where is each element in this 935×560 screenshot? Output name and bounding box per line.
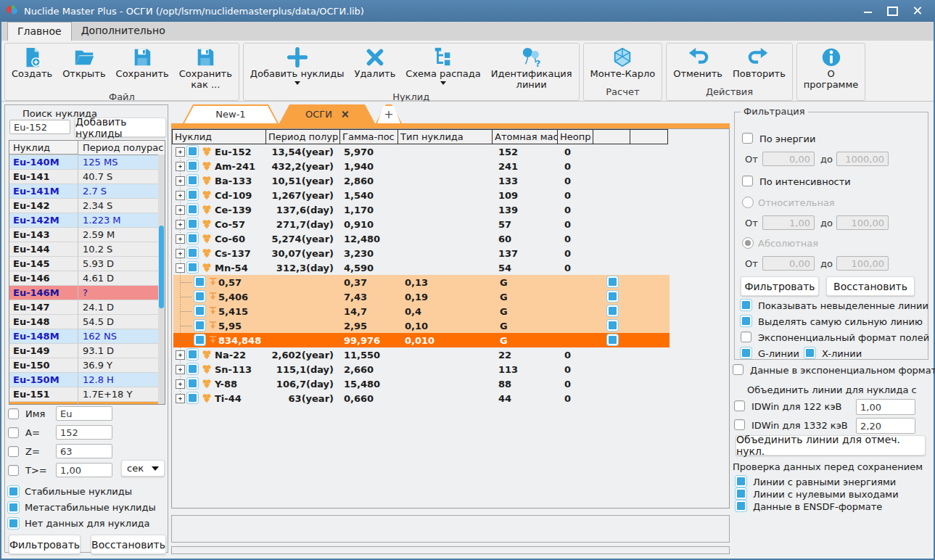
expand-toggle[interactable]: + [176, 234, 185, 244]
nuclide-row[interactable]: +Ba-13310,51(year)2,8601330 [172, 173, 729, 188]
list-item[interactable]: Eu-14140.7 S [9, 170, 165, 184]
list-item[interactable]: Eu-141M2.7 S [9, 184, 165, 199]
minimize-button[interactable] [855, 0, 880, 22]
row-checkbox[interactable] [187, 363, 198, 374]
a-field[interactable]: 152 [56, 425, 112, 440]
energy-to-field[interactable]: 1000,00 [836, 152, 889, 166]
column-header-6[interactable]: Неопр [557, 129, 593, 144]
redo-button[interactable]: Повторить [730, 45, 788, 81]
expand-toggle[interactable]: + [176, 205, 185, 215]
column-header-nuclide[interactable]: Нуклид [9, 141, 78, 155]
monte-carlo-button[interactable]: Монте-Карло [588, 45, 658, 81]
nuclide-row[interactable]: +Am-241432,2(year)1,9402410 [172, 159, 729, 173]
list-item[interactable]: Eu-150M12.8 H [9, 373, 165, 387]
ensdf-format-data-checkbox[interactable] [736, 501, 746, 511]
no-data-checkbox[interactable] [8, 518, 19, 529]
row-checkbox[interactable] [187, 262, 198, 273]
expand-toggle[interactable]: + [176, 220, 185, 229]
list-item[interactable]: Eu-14410.2 S [9, 242, 165, 257]
list-item[interactable]: Eu-1455.93 D [9, 257, 165, 271]
relative-from-field[interactable]: 1,00 [762, 215, 815, 230]
column-header-7[interactable] [593, 129, 630, 144]
energy-from-field[interactable]: 0,00 [762, 152, 815, 166]
expand-toggle[interactable]: + [176, 365, 185, 374]
nuclide-row[interactable]: +Eu-15213,54(year)5,9701520 [172, 144, 729, 159]
row-checkbox[interactable] [187, 392, 198, 403]
list-item[interactable]: Eu-15213.517 Y [9, 402, 165, 405]
nuclide-row[interactable]: +Ti-4463(year)0,660440 [172, 391, 729, 405]
nuclide-row[interactable]: +Ce-139137,6(day)1,1701390 [172, 202, 729, 217]
dropdown-arrow-icon[interactable] [294, 81, 300, 88]
save-as-button[interactable]: Сохранить как ... [177, 45, 234, 91]
menu-tab-main[interactable]: Главное [7, 22, 72, 41]
decay-scheme-button[interactable]: Схема распада [403, 45, 482, 88]
gamma-line-row[interactable]: 5,952,950,10G [172, 318, 729, 333]
collapse-toggle[interactable]: − [176, 263, 185, 273]
nuclide-row[interactable]: +Sn-113115,1(day)2,6601130 [172, 362, 729, 376]
list-item[interactable]: Eu-14854.5 D [9, 315, 165, 329]
list-item[interactable]: Eu-14724.1 D [9, 300, 165, 315]
nuclide-row[interactable]: −Mn-54312,3(day)4,590540 [172, 260, 729, 275]
a-checkbox[interactable] [8, 427, 19, 438]
list-item[interactable]: Eu-15036.9 Y [9, 358, 165, 373]
close-button[interactable] [905, 0, 929, 22]
absolute-from-field[interactable]: 0,00 [762, 256, 815, 271]
expand-toggle[interactable]: + [176, 162, 185, 171]
row-checkbox[interactable] [187, 189, 198, 200]
equal-energy-lines-checkbox[interactable] [736, 476, 746, 487]
z-field[interactable]: 63 [56, 444, 112, 458]
exponential-field-format-checkbox[interactable] [741, 332, 751, 342]
list-item[interactable]: Eu-148M162 NS [9, 329, 165, 344]
line-checkbox[interactable] [194, 276, 205, 287]
column-header-5[interactable]: Атомная мас [492, 129, 558, 144]
add-nuclides-button[interactable]: Добавить нуклиды [75, 118, 166, 137]
metastable-checkbox[interactable] [8, 502, 19, 513]
zero-yield-lines-checkbox[interactable] [736, 488, 746, 499]
nuclide-search-input[interactable] [9, 120, 70, 134]
merge-lines-button[interactable]: Объединить линии для отмеч. нукл. [736, 435, 926, 456]
column-header-1[interactable]: Нуклид [172, 129, 266, 144]
row-checkbox[interactable] [187, 349, 198, 360]
stable-checkbox[interactable] [8, 486, 19, 497]
list-item[interactable]: Eu-1511.7E+18 Y [9, 387, 165, 402]
titlebar[interactable]: Nuclide Master Plus - ОСГИ (/opt/lsrm/nu… [0, 0, 935, 22]
line-flag-checkbox[interactable] [607, 334, 618, 345]
row-checkbox[interactable] [187, 233, 198, 244]
row-checkbox[interactable] [187, 146, 198, 157]
list-item[interactable]: Eu-146M? [9, 286, 165, 300]
line-checkbox[interactable] [194, 291, 205, 302]
expand-toggle[interactable]: + [176, 350, 185, 360]
gamma-line-row[interactable]: 0,570,370,13G [172, 275, 729, 289]
t-checkbox[interactable] [8, 465, 19, 476]
expand-toggle[interactable]: + [176, 147, 185, 157]
line-flag-checkbox[interactable] [607, 276, 618, 287]
idwin-1332-field[interactable]: 2,20 [856, 418, 915, 434]
row-checkbox[interactable] [187, 218, 198, 229]
time-unit-select[interactable]: сек [121, 460, 165, 477]
tab-new-1[interactable]: New-1 [183, 104, 279, 123]
create-button[interactable]: Создать [9, 45, 54, 81]
expand-toggle[interactable]: + [176, 249, 185, 258]
restore-button[interactable]: Восстановить [91, 535, 166, 554]
tab-add-tab[interactable]: + [376, 104, 402, 123]
highlight-strongest-line-checkbox[interactable] [741, 316, 751, 326]
column-header-8[interactable] [630, 129, 668, 144]
list-item[interactable]: Eu-1464.61 D [9, 271, 165, 286]
nuclide-row[interactable]: +Na-222,602(year)11,550220 [172, 347, 729, 362]
row-checkbox[interactable] [187, 247, 198, 258]
idwin-122-field[interactable]: 1,00 [856, 399, 915, 415]
list-scrollbar[interactable] [158, 155, 165, 404]
z-checkbox[interactable] [8, 446, 19, 457]
x-lines-checkbox[interactable] [804, 347, 815, 358]
save-button[interactable]: Сохранить [114, 45, 171, 81]
maximize-button[interactable] [880, 0, 905, 22]
about-button[interactable]: О программе [802, 45, 860, 91]
list-item[interactable]: Eu-1422.34 S [9, 199, 165, 213]
expand-toggle[interactable]: + [176, 191, 185, 200]
expand-toggle[interactable]: + [176, 176, 185, 186]
line-flag-checkbox[interactable] [607, 305, 618, 316]
tab-osgi[interactable]: ОСГИ [279, 104, 375, 123]
tab-close-icon[interactable] [341, 110, 349, 118]
open-button[interactable]: Открыть [60, 45, 107, 81]
row-checkbox[interactable] [187, 204, 198, 215]
